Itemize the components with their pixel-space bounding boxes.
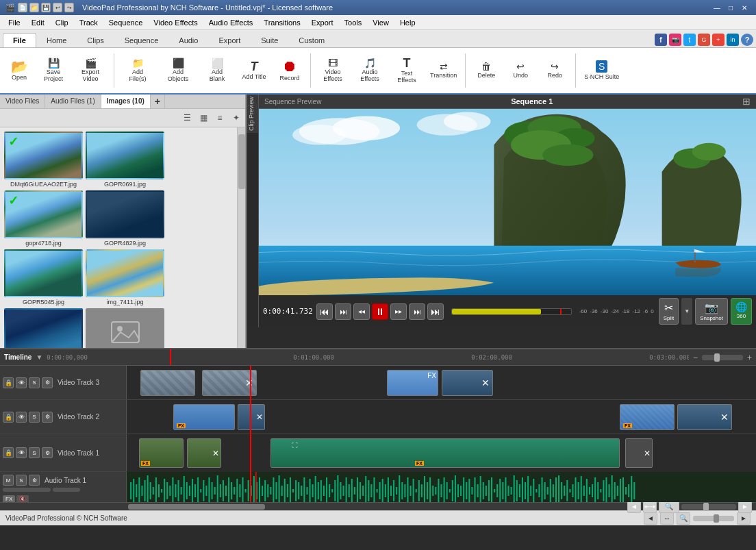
track-settings-v1[interactable]: ⚙: [42, 447, 53, 458]
goto-end-btn[interactable]: ⏭: [427, 303, 444, 320]
clip-preview-tab[interactable]: Clip Preview: [247, 95, 258, 133]
media-item-2[interactable]: GOPR0691.jpg: [86, 132, 164, 188]
clip-v1-1[interactable]: FX: [139, 438, 184, 468]
save-project-button[interactable]: 💾 SaveProject: [37, 50, 70, 91]
menu-edit[interactable]: Edit: [26, 17, 50, 28]
menu-file[interactable]: File: [3, 17, 26, 28]
clip-v1-long[interactable]: ⛶ FX: [270, 438, 620, 468]
statusbar-btn-3[interactable]: 🔍: [677, 512, 690, 525]
pan-slider[interactable]: [53, 488, 80, 492]
media-item-8[interactable]: img_9221.jpg: [86, 308, 164, 348]
transition-button[interactable]: ⇄ Transition: [426, 50, 461, 91]
track-lock-v1[interactable]: 🔒: [3, 447, 14, 458]
audio-effects-button[interactable]: 🎵 AudioEffects: [352, 50, 388, 91]
track-mute-a1[interactable]: M: [3, 475, 14, 486]
redo-tb-btn[interactable]: ↪: [64, 3, 74, 12]
undo-button[interactable]: ↩ Undo: [504, 50, 537, 91]
expand-preview-btn[interactable]: ⊞: [742, 96, 751, 107]
timeline-scroll-thumb[interactable]: [128, 504, 265, 510]
text-effects-button[interactable]: T TextEffects: [389, 50, 425, 91]
clip-v1-2[interactable]: ✕: [187, 438, 221, 468]
volume-slider[interactable]: [3, 488, 51, 492]
audio-fx-btn[interactable]: FX: [3, 495, 15, 502]
tab-file[interactable]: File: [3, 33, 36, 47]
timeline-horizontal-scrollbar[interactable]: ◄ ⇤⇥ 🔍 ►: [0, 502, 756, 510]
statusbar-btn-2[interactable]: ↔: [660, 512, 674, 525]
track-lock-v2[interactable]: 🔒: [3, 412, 14, 423]
goto-start-btn[interactable]: ⏮: [316, 303, 333, 320]
add-title-button[interactable]: T Add Title: [236, 50, 272, 91]
close-btn[interactable]: ✕: [738, 2, 751, 13]
tab-custom[interactable]: Custom: [288, 33, 335, 47]
sequence-preview-tab[interactable]: Sequence Preview: [264, 98, 321, 105]
track-settings-v2[interactable]: ⚙: [42, 412, 53, 423]
media-scrollbar[interactable]: [237, 127, 245, 348]
next-frame-btn[interactable]: ⏭: [409, 303, 425, 320]
menu-track[interactable]: Track: [74, 17, 103, 28]
zoom-bar-thumb[interactable]: [703, 503, 709, 511]
tab-home[interactable]: Home: [36, 33, 77, 47]
export-video-button[interactable]: 🎬 ExportVideo: [71, 50, 110, 91]
tab-suite[interactable]: Suite: [251, 33, 288, 47]
media-item-4[interactable]: GOPR4829.jpg: [86, 190, 164, 247]
track-lock-v3[interactable]: 🔒: [3, 377, 14, 388]
clip-v3-1[interactable]: [140, 370, 195, 396]
split-button[interactable]: ✂ Split: [659, 298, 679, 325]
tab-clips[interactable]: Clips: [77, 33, 114, 47]
statusbar-zoom-thumb[interactable]: [714, 514, 719, 523]
track-settings-a1[interactable]: ⚙: [29, 475, 40, 486]
delete-button[interactable]: 🗑 Delete: [470, 50, 503, 91]
add-blank-button[interactable]: ⬜ AddBlank: [199, 50, 235, 91]
menu-audio-effects[interactable]: Audio Effects: [203, 17, 259, 28]
menu-tools[interactable]: Tools: [339, 17, 368, 28]
menu-video-effects[interactable]: Video Effects: [148, 17, 203, 28]
clip-v1-cut[interactable]: ✕: [625, 438, 653, 468]
zoom-thumb[interactable]: [714, 353, 720, 362]
clip-v2-1[interactable]: FX: [173, 404, 235, 430]
track-solo-v3[interactable]: S: [29, 377, 40, 388]
statusbar-btn-1[interactable]: ◄: [644, 512, 657, 525]
menu-view[interactable]: View: [367, 17, 394, 28]
media-item-5[interactable]: GOPR5045.jpg: [4, 249, 83, 305]
timeline-zoom-bar[interactable]: [681, 504, 736, 510]
menu-help[interactable]: Help: [394, 17, 421, 28]
minimize-btn[interactable]: —: [711, 2, 723, 13]
track-content-v2[interactable]: FX ✕ FX ✕: [127, 400, 756, 434]
nch-suite-button[interactable]: S S·NCH Suite: [580, 50, 623, 91]
split-dropdown[interactable]: ▼: [681, 298, 692, 325]
clip-v3-4[interactable]: ✕: [442, 370, 493, 396]
media-tab-audio-files[interactable]: Audio Files (1): [45, 95, 101, 108]
360-button[interactable]: 🌐 360: [731, 298, 752, 325]
track-solo-a1[interactable]: S: [16, 475, 27, 486]
timeline-zoom-out[interactable]: −: [693, 353, 698, 362]
track-eye-v1[interactable]: 👁: [16, 447, 27, 458]
menu-transitions[interactable]: Transitions: [258, 17, 305, 28]
maximize-btn[interactable]: □: [724, 2, 737, 13]
track-solo-v1[interactable]: S: [29, 447, 40, 458]
clip-v2-3[interactable]: FX: [620, 404, 675, 430]
add-files-button[interactable]: 📁 AddFile(s): [118, 50, 157, 91]
media-sort-btn[interactable]: ☰: [179, 110, 194, 125]
media-list-btn[interactable]: ≡: [212, 110, 227, 125]
media-grid-btn[interactable]: ▦: [196, 110, 211, 125]
audio-mute-btn[interactable]: 🔇: [16, 495, 29, 502]
clip-v2-2[interactable]: ✕: [238, 404, 265, 430]
menu-export[interactable]: Export: [306, 17, 339, 28]
video-effects-button[interactable]: 🎞 VideoEffects: [315, 50, 351, 91]
play-pause-btn[interactable]: ⏸: [372, 303, 388, 320]
timeline-zoom-slider[interactable]: [702, 355, 743, 360]
media-tab-images[interactable]: Images (10): [101, 95, 151, 108]
track-content-v1[interactable]: FX ✕ ⛶ FX ✕: [127, 434, 756, 472]
track-content-audio1[interactable]: [127, 472, 756, 502]
media-detail-btn[interactable]: ✦: [229, 110, 244, 125]
track-settings-v3[interactable]: ⚙: [42, 377, 53, 388]
save-tb-btn[interactable]: 💾: [41, 3, 51, 12]
progress-bar[interactable]: [451, 308, 572, 315]
track-solo-v2[interactable]: S: [29, 412, 40, 423]
clip-v3-3[interactable]: FX: [387, 370, 438, 396]
open-button[interactable]: 📂 Open: [3, 50, 36, 91]
record-button[interactable]: ⏺ Record: [273, 50, 306, 91]
timeline-zoom-pct-btn[interactable]: 🔍: [659, 501, 679, 513]
tab-sequence[interactable]: Sequence: [114, 33, 169, 47]
timeline-zoom-out-btn[interactable]: ◄: [627, 501, 641, 513]
